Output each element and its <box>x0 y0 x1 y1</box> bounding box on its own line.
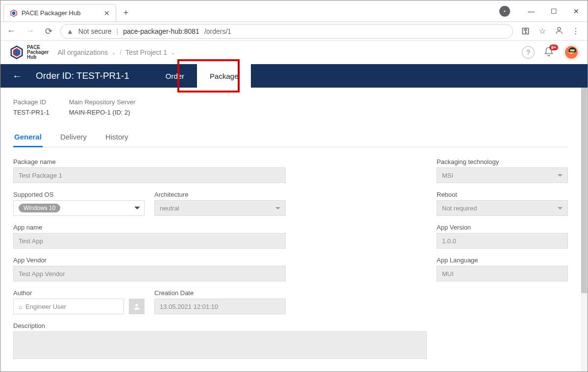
reboot-label: Reboot <box>437 191 568 198</box>
package-content: Package ID TEST-PR1-1 Main Repository Se… <box>0 88 581 372</box>
url-path: /orders/1 <box>204 27 231 35</box>
app-language-label: App Language <box>437 256 568 264</box>
architecture-label: Architecture <box>154 191 286 198</box>
vertical-scrollbar[interactable] <box>581 88 588 372</box>
package-form: Package name Test Package 1 Packaging te… <box>13 158 568 359</box>
author-input[interactable]: ⌕ Engineer User <box>13 299 124 314</box>
svg-point-2 <box>558 27 561 30</box>
supported-os-select[interactable]: Windows 10 <box>13 200 145 216</box>
not-secure-label: Not secure <box>78 27 112 35</box>
key-icon[interactable]: ⚿ <box>521 27 531 36</box>
notifications-button[interactable]: 9+ <box>543 46 555 58</box>
architecture-select[interactable]: neutral <box>154 200 286 216</box>
nav-back-button[interactable]: ← <box>4 24 18 38</box>
description-textarea[interactable] <box>13 331 427 359</box>
notification-badge: 9+ <box>549 45 558 50</box>
description-label: Description <box>13 322 427 329</box>
packaging-tech-label: Packaging technology <box>437 158 568 165</box>
warning-icon: ▲ <box>67 27 74 35</box>
avatar[interactable] <box>564 45 579 60</box>
supported-os-label: Supported OS <box>13 191 145 198</box>
repo-label: Main Repository Server <box>69 98 136 106</box>
app-header: PACEPackagerHub All organizations ⌄ / Te… <box>0 41 588 64</box>
app-version-input[interactable]: 1.0.0 <box>437 233 568 249</box>
chevron-down-icon[interactable]: ⌄ <box>112 50 116 55</box>
window-minimize-button[interactable]: — <box>520 3 542 19</box>
svg-point-6 <box>135 304 138 306</box>
window-controls: — ☐ ✕ <box>499 0 588 22</box>
new-tab-button[interactable]: + <box>119 6 133 20</box>
window-close-button[interactable]: ✕ <box>565 3 588 19</box>
search-icon: ⌕ <box>19 302 23 310</box>
tab-package[interactable]: Package <box>197 64 251 88</box>
order-bar: ← Order ID: TEST-PR1-1 Order Package <box>0 64 588 88</box>
browser-tab-strip: PACE Packager Hub ✕ + — ☐ ✕ <box>0 0 588 22</box>
os-chip: Windows 10 <box>19 204 60 212</box>
browser-tab[interactable]: PACE Packager Hub ✕ <box>3 4 116 22</box>
browser-tab-title: PACE Packager Hub <box>22 9 80 17</box>
creation-date-label: Creation Date <box>154 289 286 297</box>
logo-text: PACEPackagerHub <box>27 45 49 60</box>
package-name-input[interactable]: Test Package 1 <box>13 167 286 183</box>
package-name-label: Package name <box>13 158 286 165</box>
breadcrumb-org[interactable]: All organizations <box>57 48 108 56</box>
package-subtabs: General Delivery History <box>13 129 568 147</box>
breadcrumb: All organizations ⌄ / Test Project 1 ⌄ <box>57 48 174 56</box>
nav-forward-button[interactable]: → <box>23 24 37 38</box>
app-version-label: App Version <box>437 224 568 231</box>
breadcrumb-project[interactable]: Test Project 1 <box>125 48 167 56</box>
app-vendor-input[interactable]: Test App Vendor <box>13 266 286 281</box>
app-language-input[interactable]: MUI <box>437 266 568 281</box>
profile-icon[interactable] <box>554 26 564 37</box>
package-id-value: TEST-PR1-1 <box>13 109 49 116</box>
author-user-button[interactable] <box>129 299 145 314</box>
tab-order[interactable]: Order <box>153 64 197 88</box>
incognito-icon[interactable] <box>499 6 510 17</box>
order-title: Order ID: TEST-PR1-1 <box>36 70 129 81</box>
subtab-history[interactable]: History <box>104 129 129 147</box>
favicon-icon <box>10 9 18 17</box>
creation-date-input[interactable]: 13.05.2021 12:01:10 <box>154 299 286 314</box>
logo-hex-icon <box>9 45 24 60</box>
url-separator: | <box>117 27 119 35</box>
reboot-select[interactable]: Not required <box>437 200 568 216</box>
author-label: Author <box>13 289 145 297</box>
back-button[interactable]: ← <box>12 70 22 82</box>
help-button[interactable]: ? <box>522 46 535 59</box>
url-host: pace-packager-hub:8081 <box>123 27 199 35</box>
packaging-tech-select[interactable]: MSI <box>437 167 568 183</box>
address-bar: ← → ⟳ ▲ Not secure | pace-packager-hub:8… <box>0 22 588 41</box>
chevron-down-icon[interactable]: ⌄ <box>171 50 175 55</box>
nav-reload-button[interactable]: ⟳ <box>42 24 55 38</box>
url-field[interactable]: ▲ Not secure | pace-packager-hub:8081/or… <box>60 24 513 39</box>
scrollbar-thumb[interactable] <box>581 88 587 293</box>
window-maximize-button[interactable]: ☐ <box>542 3 565 19</box>
package-id-label: Package ID <box>13 98 49 106</box>
app-name-input[interactable]: Test App <box>13 233 286 249</box>
subtab-general[interactable]: General <box>13 129 43 147</box>
app-vendor-label: App Vendor <box>13 256 286 264</box>
subtab-delivery[interactable]: Delivery <box>59 129 88 147</box>
app-logo[interactable]: PACEPackagerHub <box>9 45 49 60</box>
close-tab-icon[interactable]: ✕ <box>104 9 110 17</box>
repo-value: MAIN-REPO-1 (ID: 2) <box>69 109 136 116</box>
browser-menu-button[interactable]: ⋮ <box>571 26 581 36</box>
app-name-label: App name <box>13 224 286 231</box>
bookmark-star-icon[interactable]: ☆ <box>538 26 547 36</box>
